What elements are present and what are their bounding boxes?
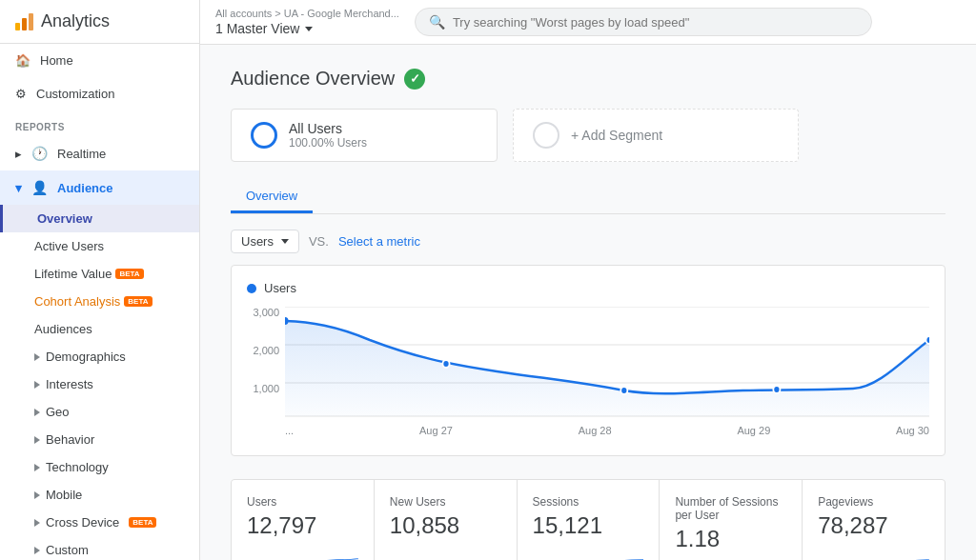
search-bar[interactable]: 🔍 — [415, 8, 872, 36]
sidebar-item-demographics[interactable]: Demographics — [0, 343, 199, 370]
stat-value: 1.18 — [675, 526, 786, 552]
sidebar-item-active-users[interactable]: Active Users — [0, 232, 199, 260]
stat-sessions-per-user: Number of Sessions per User 1.18 — [660, 480, 802, 560]
sidebar-item-audience[interactable]: ▾ 👤 Audience — [0, 170, 199, 205]
beta-badge: BETA — [129, 517, 156, 528]
x-label: Aug 27 — [419, 425, 453, 436]
sidebar-item-overview[interactable]: Overview — [0, 205, 199, 232]
sidebar-item-home[interactable]: 🏠 Home — [0, 44, 199, 77]
account-name: 1 Master View — [215, 21, 299, 36]
x-label: ... — [285, 425, 294, 436]
sidebar-item-geo[interactable]: Geo — [0, 398, 199, 426]
sidebar-item-cross-device[interactable]: Cross Device BETA — [0, 509, 199, 536]
metric-dropdown[interactable]: Users — [231, 230, 299, 253]
person-icon: 👤 — [31, 180, 48, 195]
segment-name: All Users — [289, 121, 367, 136]
svg-point-8 — [925, 336, 929, 344]
sidebar-item-lifetime-value[interactable]: Lifetime Value BETA — [0, 260, 199, 288]
tab-overview[interactable]: Overview — [231, 181, 313, 213]
mini-chart-svg — [533, 547, 644, 560]
home-icon: 🏠 — [15, 53, 30, 68]
svg-point-5 — [442, 360, 449, 368]
sidebar-item-mobile[interactable]: Mobile — [0, 481, 199, 509]
technology-label: Technology — [46, 460, 109, 474]
lifetime-value-label: Lifetime Value — [34, 267, 112, 281]
legend-dot — [247, 284, 256, 293]
sidebar-item-label: Realtime — [57, 147, 106, 161]
logo-bar-1 — [15, 23, 20, 30]
svg-point-6 — [620, 387, 627, 394]
x-label: Aug 28 — [579, 425, 612, 436]
stat-label: Sessions — [533, 495, 644, 509]
sidebar-item-custom[interactable]: Custom — [0, 536, 199, 560]
main-area: All accounts > UA - Google Merchand... 1… — [200, 0, 976, 560]
select-metric-button[interactable]: Select a metric — [338, 234, 420, 249]
stats-grid-row1: Users 12,797 New Users 10,858 Sessions 1… — [231, 479, 946, 560]
expand-triangle-icon — [34, 381, 40, 389]
x-label: Aug 30 — [896, 425, 929, 436]
expand-triangle-icon — [34, 409, 40, 416]
analytics-logo — [15, 13, 33, 30]
y-label: 2,000 — [253, 345, 279, 356]
mobile-label: Mobile — [46, 488, 82, 502]
y-label: 3,000 — [253, 307, 279, 318]
vs-label: VS. — [309, 234, 329, 249]
sidebar-item-realtime[interactable]: ▸ 🕐 Realtime — [0, 136, 199, 170]
sidebar-item-technology[interactable]: Technology — [0, 453, 199, 481]
mini-chart-svg — [818, 547, 929, 560]
sidebar-item-interests[interactable]: Interests — [0, 370, 199, 398]
expand-triangle-icon — [34, 464, 40, 471]
clock-icon: 🕐 — [31, 146, 48, 161]
segment-all-users[interactable]: All Users 100.00% Users — [231, 109, 498, 162]
account-selector[interactable]: 1 Master View — [215, 21, 399, 36]
audiences-label: Audiences — [34, 322, 92, 336]
segment-bar: All Users 100.00% Users + Add Segment — [231, 109, 946, 162]
sidebar-item-cohort-analysis[interactable]: Cohort Analysis BETA — [0, 288, 199, 315]
stat-label: Pageviews — [818, 495, 929, 509]
stat-new-users: New Users 10,858 — [375, 480, 517, 560]
sidebar-item-audiences[interactable]: Audiences — [0, 315, 199, 343]
sidebar-item-label: Home — [40, 53, 73, 68]
custom-label: Custom — [46, 543, 89, 557]
cohort-analysis-label: Cohort Analysis — [34, 294, 120, 309]
cross-device-label: Cross Device — [46, 515, 119, 530]
metric-chevron-icon — [281, 239, 289, 244]
active-users-label: Active Users — [34, 239, 104, 253]
customize-icon: ⚙ — [15, 87, 27, 101]
behavior-label: Behavior — [46, 432, 94, 447]
demographics-label: Demographics — [46, 350, 126, 364]
beta-badge: BETA — [124, 296, 152, 307]
segment-info: All Users 100.00% Users — [289, 121, 367, 150]
page-title: Audience Overview — [231, 68, 395, 90]
beta-badge: BETA — [115, 269, 143, 279]
chart-svg-area — [285, 307, 929, 421]
app-title: Analytics — [41, 11, 110, 31]
search-input[interactable] — [453, 15, 858, 30]
segment-icon — [251, 122, 277, 149]
segment-sub: 100.00% Users — [289, 136, 367, 150]
stat-label: Users — [247, 495, 358, 509]
verified-icon: ✓ — [404, 69, 425, 90]
x-axis: ... Aug 27 Aug 28 Aug 29 Aug 30 — [285, 421, 929, 440]
segment-empty-icon — [533, 122, 559, 149]
expand-icon: ▸ — [15, 147, 22, 161]
logo-bar-3 — [29, 13, 33, 30]
mini-chart-svg — [247, 547, 358, 560]
mini-chart-svg — [390, 547, 501, 560]
sidebar-item-customization[interactable]: ⚙ Customization — [0, 77, 199, 110]
reports-section-label: REPORTS — [0, 110, 199, 136]
svg-point-7 — [773, 386, 780, 393]
stat-label: Number of Sessions per User — [675, 495, 786, 522]
sidebar-item-behavior[interactable]: Behavior — [0, 426, 199, 453]
segment-add[interactable]: + Add Segment — [513, 109, 799, 162]
stat-label: New Users — [390, 495, 501, 509]
sidebar: Analytics 🏠 Home ⚙ Customization REPORTS… — [0, 0, 200, 560]
legend-label: Users — [264, 281, 296, 295]
chart-section: Users 3,000 2,000 1,000 — [231, 265, 946, 456]
sidebar-header: Analytics — [0, 0, 199, 44]
search-icon: 🔍 — [429, 14, 445, 30]
y-axis: 3,000 2,000 1,000 — [247, 307, 285, 421]
geo-label: Geo — [46, 405, 70, 419]
chart-container: 3,000 2,000 1,000 — [247, 307, 929, 440]
page-header: Audience Overview ✓ — [231, 68, 946, 90]
